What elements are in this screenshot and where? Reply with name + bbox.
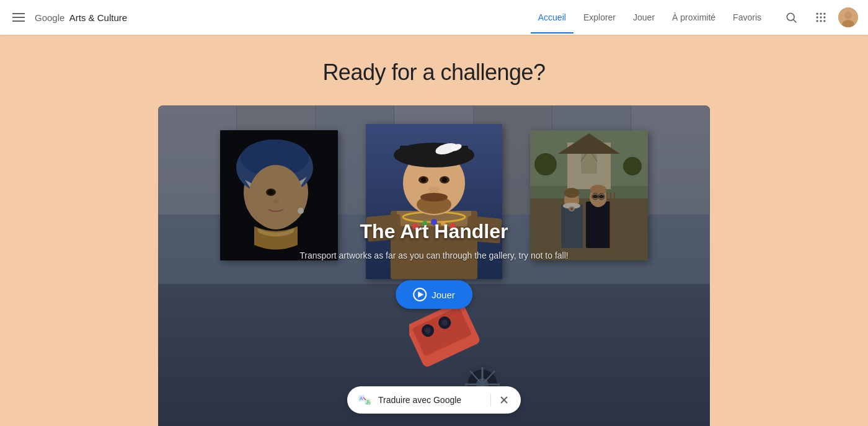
svg-point-39 [442, 177, 447, 182]
main-nav: Accueil Explorer Jouer À proximité Favor… [531, 7, 769, 27]
play-button[interactable]: Jouer [396, 280, 472, 309]
game-title: The Art Handler [299, 220, 568, 243]
translate-close-button[interactable] [497, 393, 511, 407]
svg-point-12 [844, 12, 852, 19]
user-avatar[interactable] [838, 7, 858, 27]
svg-point-40 [429, 187, 439, 193]
svg-point-8 [817, 20, 818, 22]
nav-item-accueil[interactable]: Accueil [531, 7, 574, 27]
svg-point-7 [823, 16, 825, 18]
logo-arts: Arts & Culture [67, 12, 127, 23]
svg-point-3 [820, 13, 822, 15]
header: Google Arts & Culture Accueil Explorer J… [0, 0, 868, 35]
svg-point-4 [823, 13, 825, 15]
nav-item-jouer[interactable]: Jouer [626, 7, 662, 27]
header-icons [779, 5, 858, 30]
main-content: Ready for a challenge? [0, 35, 868, 426]
svg-point-2 [817, 13, 818, 15]
svg-point-10 [823, 20, 825, 22]
svg-text:あ: あ [366, 399, 371, 405]
game-card: The Art Handler Transport artworks as fa… [158, 105, 710, 426]
challenge-title: Ready for a challenge? [322, 60, 545, 86]
svg-point-6 [820, 16, 822, 18]
logo-google: Google [35, 12, 64, 23]
translate-text: Traduire avec Google [378, 395, 484, 405]
header-left: Google Arts & Culture [10, 11, 531, 24]
hamburger-menu[interactable] [10, 11, 27, 24]
game-subtitle: Transport artworks as far as you can thr… [299, 251, 568, 260]
svg-point-37 [421, 177, 426, 182]
svg-point-35 [420, 193, 448, 202]
game-title-overlay: The Art Handler Transport artworks as fa… [299, 220, 568, 260]
translate-divider [490, 394, 491, 406]
svg-point-0 [787, 13, 794, 20]
svg-point-9 [820, 20, 822, 22]
translate-bar: A あ Traduire avec Google [347, 386, 521, 414]
search-button[interactable] [779, 5, 804, 30]
svg-point-5 [817, 16, 818, 18]
apps-button[interactable] [808, 5, 833, 30]
play-triangle-icon [418, 291, 423, 298]
nav-item-favoris[interactable]: Favoris [725, 7, 769, 27]
nav-item-proximity[interactable]: À proximité [665, 7, 723, 27]
svg-line-1 [794, 20, 797, 23]
translate-icon: A あ [357, 393, 372, 407]
play-icon [413, 288, 427, 301]
nav-item-explorer[interactable]: Explorer [576, 7, 623, 27]
play-button-label: Jouer [432, 290, 455, 300]
svg-text:A: A [360, 396, 363, 401]
logo[interactable]: Google Arts & Culture [35, 12, 127, 23]
